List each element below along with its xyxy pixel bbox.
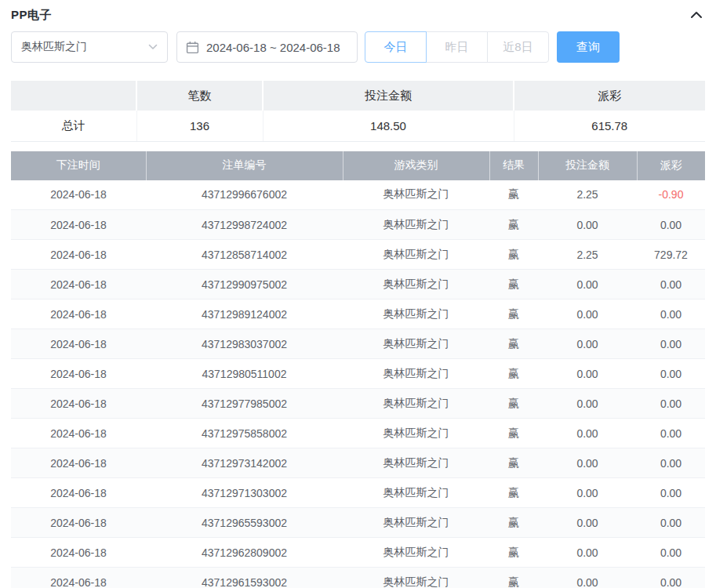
cell-bet: 0.00 — [538, 478, 637, 508]
summary-total-label: 总计 — [11, 111, 136, 141]
table-row: 2024-06-1843712961593002奥林匹斯之门赢0.000.00 — [11, 568, 705, 588]
cell-game: 奥林匹斯之门 — [343, 210, 489, 240]
pp-game-panel: PP电子 奥林匹斯之门 2024-06-18 ~ 2024-06-18 今日 — [0, 0, 716, 588]
cell-game: 奥林匹斯之门 — [343, 329, 489, 359]
today-button[interactable]: 今日 — [365, 31, 427, 63]
cell-bet: 0.00 — [538, 448, 637, 478]
cell-bet: 0.00 — [538, 329, 637, 359]
cell-time: 2024-06-18 — [11, 299, 146, 329]
header-bet-time: 下注时间 — [11, 151, 146, 180]
cell-result: 赢 — [489, 359, 538, 389]
cell-payout: 0.00 — [637, 419, 705, 448]
cell-bet: 0.00 — [538, 270, 637, 299]
cell-game: 奥林匹斯之门 — [343, 478, 489, 508]
table-row: 2024-06-1843712975858002奥林匹斯之门赢0.000.00 — [11, 419, 705, 448]
cell-result: 赢 — [489, 240, 538, 270]
summary-header-blank — [11, 81, 136, 111]
cell-bet: 2.25 — [538, 240, 637, 270]
cell-order: 43712961593002 — [146, 568, 343, 588]
cell-time: 2024-06-18 — [11, 180, 146, 210]
cell-time: 2024-06-18 — [11, 210, 146, 240]
summary-total-row: 总计 136 148.50 615.78 — [11, 111, 705, 141]
cell-time: 2024-06-18 — [11, 568, 146, 588]
game-select[interactable]: 奥林匹斯之门 — [11, 31, 168, 63]
cell-game: 奥林匹斯之门 — [343, 359, 489, 389]
table-row: 2024-06-1843712990975002奥林匹斯之门赢0.000.00 — [11, 270, 705, 299]
cell-payout: 0.00 — [637, 299, 705, 329]
cell-order: 43712975858002 — [146, 419, 343, 448]
table-row: 2024-06-1843712971303002奥林匹斯之门赢0.000.00 — [11, 478, 705, 508]
table-row: 2024-06-1843712977985002奥林匹斯之门赢0.000.00 — [11, 389, 705, 419]
bet-table-body: 2024-06-1843712996676002奥林匹斯之门赢2.25-0.90… — [11, 180, 705, 588]
table-row: 2024-06-1843712998724002奥林匹斯之门赢0.000.00 — [11, 210, 705, 240]
date-range-value: 2024-06-18 ~ 2024-06-18 — [206, 41, 340, 54]
cell-bet: 0.00 — [538, 210, 637, 240]
cell-payout: 0.00 — [637, 329, 705, 359]
cell-payout: 0.00 — [637, 270, 705, 299]
cell-game: 奥林匹斯之门 — [343, 299, 489, 329]
cell-result: 赢 — [489, 568, 538, 588]
cell-order: 43712990975002 — [146, 270, 343, 299]
header-order-number: 注单编号 — [146, 151, 343, 180]
cell-result: 赢 — [489, 538, 538, 568]
cell-time: 2024-06-18 — [11, 270, 146, 299]
game-select-value: 奥林匹斯之门 — [21, 40, 87, 54]
cell-order: 43712996676002 — [146, 180, 343, 210]
cell-payout: 0.00 — [637, 478, 705, 508]
cell-game: 奥林匹斯之门 — [343, 568, 489, 588]
cell-payout: 0.00 — [637, 538, 705, 568]
cell-time: 2024-06-18 — [11, 478, 146, 508]
date-range-picker[interactable]: 2024-06-18 ~ 2024-06-18 — [176, 31, 358, 63]
calendar-icon — [186, 41, 199, 54]
header-bet-amount: 投注金额 — [538, 151, 637, 180]
summary-total-bet-amount: 148.50 — [263, 111, 514, 141]
cell-time: 2024-06-18 — [11, 329, 146, 359]
cell-bet: 0.00 — [538, 299, 637, 329]
bet-records-table: 下注时间 注单编号 游戏类别 结果 投注金额 派彩 2024-06-184371… — [11, 151, 705, 588]
header-payout: 派彩 — [637, 151, 705, 180]
cell-bet: 0.00 — [538, 508, 637, 538]
summary-total-count: 136 — [136, 111, 263, 141]
cell-game: 奥林匹斯之门 — [343, 508, 489, 538]
cell-time: 2024-06-18 — [11, 240, 146, 270]
header-result: 结果 — [489, 151, 538, 180]
cell-bet: 0.00 — [538, 538, 637, 568]
table-row: 2024-06-1843712858714002奥林匹斯之门赢2.25729.7… — [11, 240, 705, 270]
cell-time: 2024-06-18 — [11, 448, 146, 478]
cell-result: 赢 — [489, 180, 538, 210]
cell-time: 2024-06-18 — [11, 419, 146, 448]
collapse-chevron-icon[interactable] — [688, 8, 705, 22]
cell-payout: 0.00 — [637, 448, 705, 478]
cell-bet: 2.25 — [538, 180, 637, 210]
cell-result: 赢 — [489, 419, 538, 448]
cell-result: 赢 — [489, 210, 538, 240]
cell-game: 奥林匹斯之门 — [343, 270, 489, 299]
chevron-down-icon — [148, 44, 158, 50]
cell-bet: 0.00 — [538, 359, 637, 389]
cell-order: 43712965593002 — [146, 508, 343, 538]
cell-time: 2024-06-18 — [11, 389, 146, 419]
cell-payout: 729.72 — [637, 240, 705, 270]
cell-order: 43712962809002 — [146, 538, 343, 568]
cell-game: 奥林匹斯之门 — [343, 180, 489, 210]
yesterday-button[interactable]: 昨日 — [426, 31, 488, 63]
query-button[interactable]: 查询 — [557, 31, 620, 63]
summary-header-bet-amount: 投注金额 — [263, 81, 514, 111]
table-header-row: 下注时间 注单编号 游戏类别 结果 投注金额 派彩 — [11, 151, 705, 180]
summary-table: 笔数 投注金额 派彩 总计 136 148.50 615.78 — [11, 81, 705, 142]
cell-payout: 0.00 — [637, 508, 705, 538]
cell-bet: 0.00 — [538, 389, 637, 419]
table-row: 2024-06-1843712973142002奥林匹斯之门赢0.000.00 — [11, 448, 705, 478]
filter-bar: 奥林匹斯之门 2024-06-18 ~ 2024-06-18 今日 昨日 近8日… — [11, 31, 705, 63]
page-title: PP电子 — [11, 8, 52, 23]
last8days-button[interactable]: 近8日 — [487, 31, 549, 63]
table-row: 2024-06-1843712962809002奥林匹斯之门赢0.000.00 — [11, 538, 705, 568]
cell-order: 43712971303002 — [146, 478, 343, 508]
cell-payout: 0.00 — [637, 389, 705, 419]
cell-payout: 0.00 — [637, 359, 705, 389]
cell-result: 赢 — [489, 508, 538, 538]
summary-header-count: 笔数 — [136, 81, 263, 111]
cell-payout: 0.00 — [637, 568, 705, 588]
cell-time: 2024-06-18 — [11, 508, 146, 538]
cell-payout: 0.00 — [637, 210, 705, 240]
